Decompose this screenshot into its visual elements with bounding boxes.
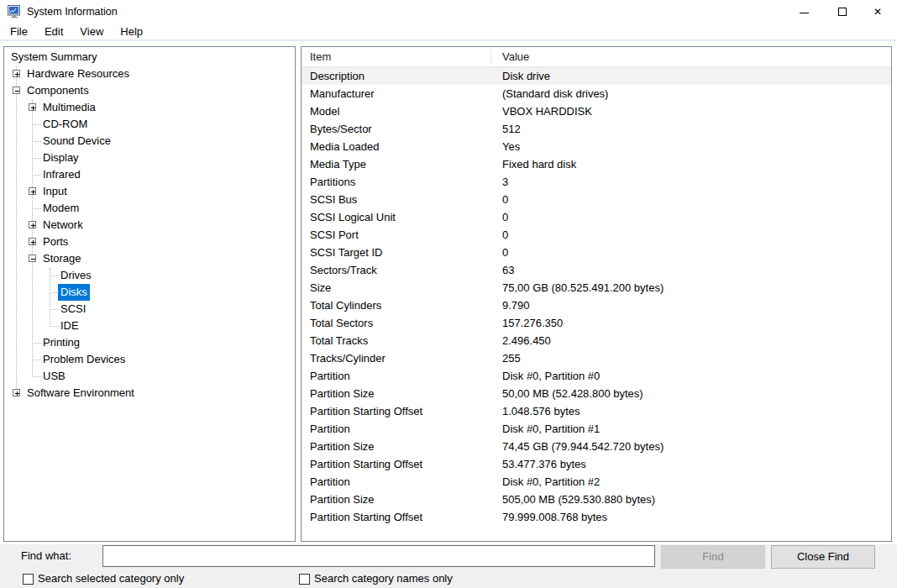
column-header-item[interactable]: Item (310, 47, 331, 66)
table-row[interactable]: Total Sectors157.276.350 (302, 314, 891, 332)
tree-item-label: Components (24, 82, 92, 99)
menu-item-file[interactable]: File (2, 24, 36, 39)
tree-item-infrared[interactable]: Infrared (4, 166, 295, 183)
value-cell: Disk drive (502, 67, 550, 85)
find-button[interactable]: Find (661, 545, 765, 569)
column-header-value[interactable]: Value (502, 47, 529, 66)
close-find-button[interactable]: Close Find (771, 545, 875, 569)
table-row[interactable]: Size75,00 GB (80.525.491.200 bytes) (302, 279, 891, 297)
find-bar: Find what: Find Close Find Search select… (0, 544, 897, 588)
menu-item-edit[interactable]: Edit (36, 24, 71, 39)
expand-icon[interactable] (29, 103, 36, 111)
find-input[interactable] (102, 545, 655, 567)
tree-item-label: Display (40, 150, 81, 166)
system-information-window: System Information ✕ FileEditViewHelp Sy… (0, 0, 897, 588)
value-cell: 9.790 (502, 297, 530, 314)
tree-item-network[interactable]: Network (4, 217, 295, 234)
tree-item-label: Drives (58, 267, 94, 284)
tree-item-problem-devices[interactable]: Problem Devices (4, 351, 295, 368)
table-row[interactable]: PartitionDisk #0, Partition #2 (302, 473, 891, 491)
table-row[interactable]: Media LoadedYes (302, 138, 891, 155)
minimize-button[interactable] (784, 0, 823, 24)
menu-item-help[interactable]: Help (112, 24, 151, 39)
table-row[interactable]: Partition Starting Offset53.477.376 byte… (302, 455, 891, 473)
search-selected-category-checkbox[interactable] (23, 574, 34, 585)
item-cell: Partition Starting Offset (310, 455, 422, 473)
tree-item-software-environment[interactable]: Software Environment (4, 385, 295, 402)
tree-item-disks[interactable]: Disks (4, 284, 295, 301)
table-row[interactable]: SCSI Bus0 (302, 191, 891, 208)
table-row[interactable]: Total Cylinders9.790 (302, 297, 891, 314)
table-row[interactable]: SCSI Port0 (302, 226, 891, 244)
table-row[interactable]: DescriptionDisk drive (302, 67, 891, 85)
tree-item-printing[interactable]: Printing (4, 334, 295, 351)
expand-icon[interactable] (13, 70, 20, 77)
table-row[interactable]: Sectors/Track63 (302, 261, 891, 279)
item-cell: Sectors/Track (310, 261, 377, 279)
table-row[interactable]: Partition Starting Offset79.999.008.768 … (302, 508, 891, 526)
collapse-icon[interactable] (13, 87, 20, 94)
table-row[interactable]: SCSI Logical Unit0 (302, 208, 891, 226)
tree-item-label: Modem (40, 200, 81, 217)
item-cell: Media Type (310, 155, 366, 173)
expand-icon[interactable] (29, 187, 36, 195)
value-cell: VBOX HARDDISK (502, 102, 592, 120)
tree-item-input[interactable]: Input (4, 183, 295, 200)
maximize-button[interactable] (823, 0, 862, 24)
tree-item-label: Disks (58, 284, 90, 301)
table-row[interactable]: SCSI Target ID0 (302, 244, 891, 261)
value-cell: Disk #0, Partition #1 (502, 420, 600, 438)
collapse-icon[interactable] (29, 255, 36, 262)
menu-item-view[interactable]: View (71, 24, 112, 39)
item-cell: Tracks/Cylinder (310, 349, 386, 367)
expand-icon[interactable] (29, 238, 36, 245)
tree-item-system-summary[interactable]: System Summary (4, 49, 295, 66)
table-row[interactable]: PartitionDisk #0, Partition #1 (302, 420, 891, 438)
table-row[interactable]: ModelVBOX HARDDISK (302, 102, 891, 120)
tree-item-hardware-resources[interactable]: Hardware Resources (4, 66, 295, 82)
value-cell: 53.477.376 bytes (502, 455, 586, 473)
tree-item-label: Multimedia (40, 99, 98, 116)
column-divider[interactable] (490, 50, 491, 65)
tree-item-cd-rom[interactable]: CD-ROM (4, 116, 295, 133)
tree-item-multimedia[interactable]: Multimedia (4, 99, 295, 116)
value-cell: 505,00 MB (529.530.880 bytes) (502, 491, 655, 508)
table-row[interactable]: Partitions3 (302, 173, 891, 191)
search-category-names-checkbox[interactable] (299, 574, 310, 585)
value-cell: 157.276.350 (502, 314, 563, 332)
tree-item-display[interactable]: Display (4, 150, 295, 166)
table-row[interactable]: Manufacturer(Standard disk drives) (302, 85, 891, 102)
detail-list-panel: Item Value DescriptionDisk driveManufact… (301, 46, 892, 542)
tree-item-storage[interactable]: Storage (4, 250, 295, 267)
item-cell: Manufacturer (310, 85, 375, 102)
tree-item-label: Network (40, 217, 86, 234)
tree-guide (16, 66, 17, 394)
tree-item-ports[interactable]: Ports (4, 234, 295, 250)
value-cell: 74,45 GB (79.944.542.720 bytes) (502, 438, 664, 455)
table-row[interactable]: Partition Size74,45 GB (79.944.542.720 b… (302, 438, 891, 455)
tree-item-scsi[interactable]: SCSI (4, 301, 295, 318)
tree-item-ide[interactable]: IDE (4, 318, 295, 334)
expand-icon[interactable] (29, 221, 36, 228)
table-row[interactable]: Total Tracks2.496.450 (302, 332, 891, 349)
table-row[interactable]: Media TypeFixed hard disk (302, 155, 891, 173)
tree-item-usb[interactable]: USB (4, 368, 295, 385)
close-button[interactable]: ✕ (858, 0, 897, 24)
table-row[interactable]: Partition Size50,00 MB (52.428.800 bytes… (302, 385, 891, 402)
item-cell: Description (310, 67, 365, 85)
tree-item-label: Problem Devices (40, 351, 128, 368)
tree-item-components[interactable]: Components (4, 82, 295, 99)
expand-icon[interactable] (13, 389, 20, 396)
value-cell: 50,00 MB (52.428.800 bytes) (502, 385, 643, 402)
tree-item-label: Ports (40, 234, 71, 250)
item-cell: SCSI Bus (310, 191, 357, 208)
tree-item-modem[interactable]: Modem (4, 200, 295, 217)
table-row[interactable]: Partition Starting Offset1.048.576 bytes (302, 402, 891, 420)
table-row[interactable]: Tracks/Cylinder255 (302, 349, 891, 367)
tree-item-drives[interactable]: Drives (4, 267, 295, 284)
tree-item-sound-device[interactable]: Sound Device (4, 133, 295, 150)
table-row[interactable]: PartitionDisk #0, Partition #0 (302, 367, 891, 385)
table-row[interactable]: Partition Size505,00 MB (529.530.880 byt… (302, 491, 891, 508)
table-row[interactable]: Bytes/Sector512 (302, 120, 891, 138)
tree-item-label: IDE (58, 318, 81, 334)
